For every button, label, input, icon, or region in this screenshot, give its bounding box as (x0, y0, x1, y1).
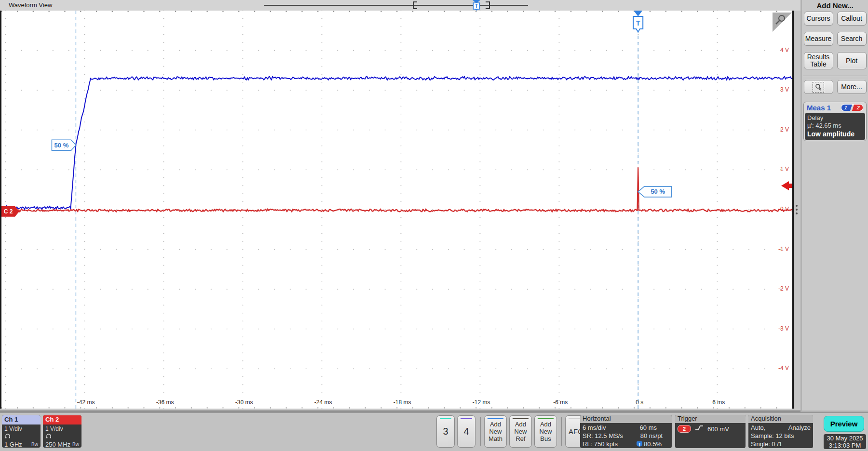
horizontal-panel-header: Horizontal (580, 415, 672, 423)
x-tick-label: -36 ms (156, 399, 174, 406)
horizontal-position-minimap[interactable]: T (0, 0, 800, 11)
toolbar-divider (561, 417, 562, 446)
acquisition-sample: Sample: 12 bits (751, 432, 811, 440)
time: 3:13:03 PM (824, 442, 866, 449)
record-length: RL: 750 kpts (583, 440, 624, 448)
acquisition-mode: Auto, (751, 424, 765, 432)
meas-warning: Low amplitude (807, 130, 863, 138)
add-new-title: Add New... (802, 0, 868, 12)
x-tick-label: 0 s (636, 399, 643, 406)
trigger-flag-label: T (636, 19, 640, 27)
trigger-arrow-icon (634, 11, 642, 16)
x-tick-label: 6 ms (712, 399, 725, 406)
results-table-button[interactable]: Results Table (804, 52, 833, 69)
ch1-scale: 1 V/div (4, 425, 38, 433)
ch1-header: Ch 1 (2, 415, 41, 424)
x-tick-label: -24 ms (314, 399, 332, 406)
waveform-view-titlebar: Waveform View T (0, 0, 800, 11)
waveform-plot-area[interactable]: 4 V3 V2 V1 V0 V-1 V-2 V-3 V-4 V 50 %50 %… (0, 11, 794, 409)
rising-edge-icon (695, 424, 704, 433)
search-button[interactable]: Search (837, 32, 867, 46)
trigger-position-icon: T (637, 441, 642, 447)
callout-button[interactable]: Callout (837, 12, 867, 26)
splitter-handle-icon[interactable] (796, 205, 798, 214)
ch2-scale: 1 V/div (45, 425, 79, 433)
x-tick-label: -6 ms (553, 399, 568, 406)
acquisition-panel[interactable]: Acquisition Auto, Analyze Sample: 12 bit… (748, 415, 813, 448)
more-button[interactable]: More... (837, 80, 867, 94)
channel-badge-ch2[interactable]: Ch 2 1 V/div 250 MHz Bw (43, 415, 81, 448)
channel-3-button[interactable]: 3 (436, 415, 455, 448)
horizontal-scale: 6 ms/div (583, 424, 624, 432)
trigger-panel[interactable]: Trigger 2 600 mV (675, 415, 746, 448)
probe-icon (45, 433, 79, 440)
trigger-panel-header: Trigger (675, 415, 746, 423)
toolbar-divider (480, 417, 481, 446)
measure-button[interactable]: Measure (804, 32, 833, 46)
trigger-level-arrow-icon[interactable] (781, 181, 792, 190)
meas-1-card[interactable]: Meas 1 12 Delay µ': 42.65 ms Low amplitu… (803, 102, 867, 141)
cursor-callout-label: 50 % (651, 188, 665, 195)
plot-button[interactable]: Plot (837, 52, 867, 69)
sample-rate: SR: 12.5 MS/s (583, 432, 624, 440)
bandwidth-limit-icon: Bw (31, 441, 38, 448)
channel-4-button[interactable]: 4 (457, 415, 475, 448)
add-new-ref-button[interactable]: Add New Ref (509, 415, 532, 448)
channel-2-flag-label: C 2 (4, 208, 13, 215)
bandwidth-limit-icon: Bw (72, 441, 79, 448)
channel-badge-ch1[interactable]: Ch 1 1 V/div 1 GHz Bw (2, 415, 41, 448)
waveform-svg[interactable]: 50 %50 %TC 2 (1, 11, 792, 409)
horizontal-panel[interactable]: Horizontal 6 ms/div 60 ms SR: 12.5 MS/s … (580, 415, 672, 448)
ch2-bandwidth: 250 MHz (45, 441, 70, 448)
x-tick-label: -12 ms (473, 399, 490, 406)
ch4-color-stripe (461, 418, 472, 419)
acquisition-single: Single: 0 /1 (751, 440, 811, 448)
meas-source-badge: 12 (841, 104, 863, 111)
window-right-gutter (794, 11, 800, 409)
ch3-color-stripe (440, 418, 451, 419)
ch1-bandwidth: 1 GHz (4, 441, 22, 448)
date: 30 May 2025 (824, 435, 866, 442)
trigger-level: 600 mV (707, 425, 729, 433)
ref-color-stripe (513, 418, 529, 419)
add-new-panel: Add New... Cursors Callout Measure Searc… (802, 0, 868, 411)
trace-ch1[interactable] (1, 77, 792, 210)
resolution: 80 ns/pt (640, 432, 663, 440)
meas-type: Delay (807, 114, 863, 122)
minimap-trigger-label: T (475, 3, 478, 9)
datetime-display: 30 May 2025 3:13:03 PM (824, 434, 866, 449)
acquisition-panel-header: Acquisition (748, 415, 813, 423)
x-tick-label: -30 ms (235, 399, 253, 406)
waveform-view-window: Waveform View T 4 V3 V2 V1 V0 V-1 V-2 V-… (0, 0, 800, 411)
trace-ch2[interactable] (1, 168, 792, 212)
acquisition-analyze: Analyze (788, 424, 811, 432)
zoom-select-icon (813, 82, 824, 93)
horizontal-window: 60 ms (640, 424, 657, 432)
cursor-callout-label: 50 % (54, 142, 69, 149)
meas-value: µ': 42.65 ms (807, 122, 863, 130)
cursors-button[interactable]: Cursors (804, 12, 833, 26)
panel-divider (803, 76, 867, 76)
bottom-settings-bar: Ch 1 1 V/div 1 GHz Bw Ch 2 1 V/div 250 M… (0, 412, 868, 451)
trigger-source-badge: 2 (678, 425, 691, 433)
probe-icon (4, 433, 38, 440)
zoom-select-button[interactable] (804, 80, 833, 94)
add-new-bus-button[interactable]: Add New Bus (534, 415, 557, 448)
meas-name: Meas 1 (807, 104, 831, 112)
bus-color-stripe (538, 418, 554, 419)
trigger-position: 80.5% (644, 440, 662, 448)
x-tick-label: -42 ms (77, 399, 95, 406)
math-color-stripe (488, 418, 503, 419)
preview-button[interactable]: Preview (824, 416, 864, 432)
x-tick-label: -18 ms (393, 399, 411, 406)
add-new-math-button[interactable]: Add New Math (484, 415, 507, 448)
ch2-header: Ch 2 (43, 415, 81, 424)
